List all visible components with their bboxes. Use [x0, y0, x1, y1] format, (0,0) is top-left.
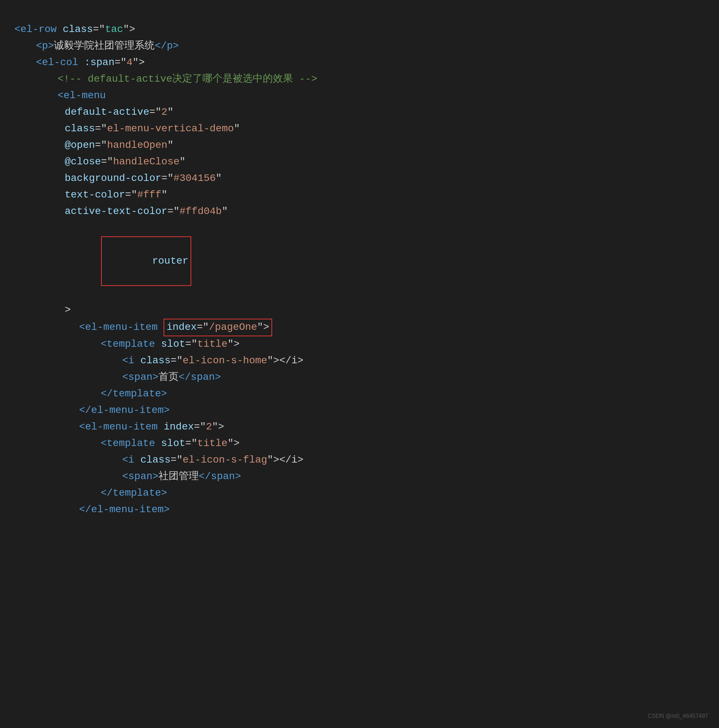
tag-span-close: </span>: [179, 369, 221, 385]
tag-el-menu-item-2-open: <el-menu-item: [79, 419, 163, 435]
code-line-16: <template slot="title">: [14, 336, 705, 353]
tag-p-open: <p>: [36, 38, 54, 54]
tag-template-open: <template: [101, 336, 161, 352]
tag-i-2-open: <i: [122, 452, 140, 468]
tag-span-open: <span>: [122, 369, 159, 385]
tag-template-close: </template>: [101, 386, 167, 402]
tag-span-2-open: <span>: [122, 469, 159, 485]
attr-default-active: default-active: [65, 107, 149, 118]
attr-value-activecolor: #ffd04b: [179, 206, 222, 217]
attr-index-2: index: [163, 419, 194, 435]
code-line-13: router: [14, 220, 705, 302]
attr-close-handler: @close: [65, 156, 101, 167]
attr-value-title: title: [197, 336, 227, 352]
code-line-9: @close="handleClose": [14, 154, 705, 170]
attr-value-2: 2: [162, 107, 168, 118]
index-highlight-box: index="/pageOne">: [163, 319, 272, 336]
tag-template-2-close: </template>: [101, 485, 167, 502]
attr-value-tac: tac: [105, 21, 123, 38]
code-line-11: text-color="#fff": [14, 187, 705, 203]
attr-value-icon-flag: el-icon-s-flag: [183, 452, 267, 468]
code-line-22: <template slot="title">: [14, 436, 705, 452]
text-club-manage: 社团管理: [159, 469, 199, 485]
code-line-10: background-color="#304156": [14, 170, 705, 187]
code-line-23: <i class="el-icon-s-flag"></i>: [14, 452, 705, 469]
attr-open-handler: @open: [65, 139, 95, 151]
code-line-1: <el-row class="tac">: [14, 21, 705, 38]
attr-value-handle-open: handleOpen: [107, 139, 168, 151]
attr-value-span: 4: [127, 55, 133, 71]
code-line-12: active-text-color="#ffd04b": [14, 203, 705, 220]
attr-value-pageone: /pageOne: [209, 321, 257, 333]
comment-default-active: <!-- default-active决定了哪个是被选中的效果 -->: [58, 71, 317, 87]
attr-value-icon-home: el-icon-s-home: [183, 353, 267, 369]
attr-slot-2: slot: [161, 436, 185, 452]
code-line-6: default-active="2": [14, 104, 705, 121]
code-line-19: </template>: [14, 386, 705, 402]
attr-active-text-color: active-text-color: [65, 206, 168, 217]
code-line-7: class="el-menu-vertical-demo": [14, 121, 705, 138]
tag-el-menu-open: <el-menu: [58, 88, 106, 104]
tag-el-col-open: <el-col: [36, 55, 84, 71]
attr-value-vertical: el-menu-vertical-demo: [107, 123, 234, 134]
attr-span-bind: :span: [84, 55, 114, 71]
bracket-close: >: [65, 304, 71, 315]
code-line-20: </el-menu-item>: [14, 402, 705, 419]
attr-index: index: [166, 321, 197, 333]
attr-value-textcolor: #fff: [137, 189, 162, 200]
tag-p-close: </p>: [154, 38, 179, 54]
router-highlight-box: router: [101, 236, 191, 286]
tag-el-row-open: <el-row: [14, 21, 63, 38]
attr-value-index-2: 2: [206, 419, 212, 435]
code-line-14: >: [14, 302, 705, 319]
attr-class-menu: class: [65, 123, 95, 134]
watermark: CSDN @m0_46457497: [648, 711, 708, 721]
attr-value-bgcolor: #304156: [173, 173, 216, 184]
tag-span-2-close: </span>: [199, 469, 241, 485]
tag-i-open: <i: [122, 353, 140, 369]
text-homepage: 首页: [159, 369, 179, 385]
attr-value-handle-close: handleClose: [113, 156, 179, 167]
code-line-4: <!-- default-active决定了哪个是被选中的效果 -->: [14, 71, 705, 88]
code-line-17: <i class="el-icon-s-home"></i>: [14, 353, 705, 369]
code-line-24: <span>社团管理</span>: [14, 469, 705, 485]
attr-class-icon: class: [140, 353, 170, 369]
text-chinese-title: 诚毅学院社团管理系统: [54, 38, 154, 54]
code-line-26: </el-menu-item>: [14, 502, 705, 518]
code-line-3: <el-col :span="4">: [14, 55, 705, 71]
attr-value-title-2: title: [197, 436, 227, 452]
code-line-18: <span>首页</span>: [14, 369, 705, 386]
code-line-2: <p>诚毅学院社团管理系统</p>: [14, 38, 705, 55]
code-line-25: </template>: [14, 485, 705, 502]
attr-text-color: text-color: [65, 189, 125, 200]
code-line-15: <el-menu-item index="/pageOne">: [14, 319, 705, 336]
code-line-8: @open="handleOpen": [14, 138, 705, 154]
code-line-5: <el-menu: [14, 88, 705, 104]
attr-router: router: [152, 255, 188, 266]
code-editor: <el-row class="tac"> <p>诚毅学院社团管理系统</p> <…: [0, 14, 719, 526]
attr-class: class: [63, 21, 93, 38]
attr-class-icon-flag: class: [140, 452, 170, 468]
tag-el-menu-item-open: <el-menu-item: [79, 320, 163, 336]
code-line-21: <el-menu-item index="2">: [14, 419, 705, 436]
tag-el-menu-item-2-close: </el-menu-item>: [79, 502, 170, 518]
attr-slot: slot: [161, 336, 185, 352]
attr-background-color: background-color: [65, 173, 162, 184]
tag-el-menu-item-close: </el-menu-item>: [79, 402, 170, 419]
tag-template-2-open: <template: [101, 436, 161, 452]
